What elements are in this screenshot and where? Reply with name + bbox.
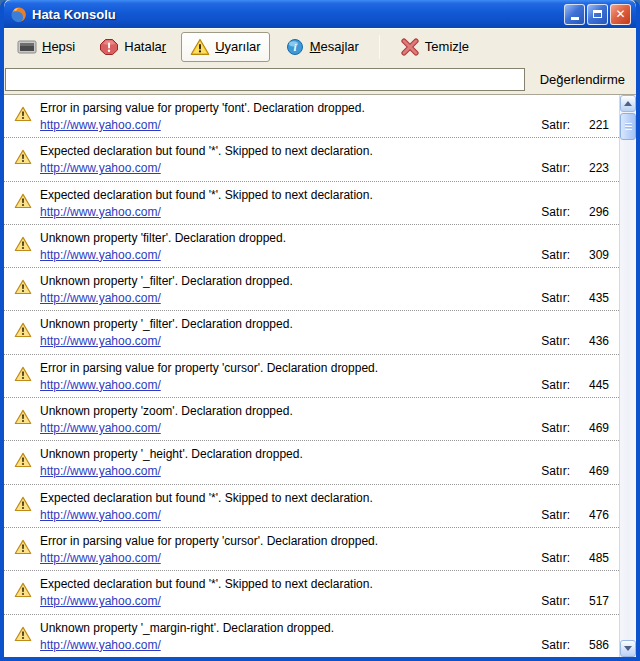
- warning-icon: [14, 409, 32, 425]
- line-label: Satır:: [541, 334, 570, 348]
- warning-icon: [14, 626, 32, 642]
- clear-button-label: Temizle: [425, 39, 469, 54]
- console-entry[interactable]: Error in parsing value for property 'cur…: [4, 355, 619, 398]
- line-info: Satır: 586: [541, 638, 613, 652]
- scroll-down-button[interactable]: [620, 640, 636, 657]
- toolbar: Hepsi Hatalar Uyarılar: [4, 28, 636, 64]
- entry-message: Unknown property 'zoom'. Declaration dro…: [40, 404, 613, 418]
- entry-link[interactable]: http://www.yahoo.com/: [40, 248, 161, 262]
- close-button[interactable]: ✕: [610, 4, 631, 25]
- entry-message: Error in parsing value for property 'fon…: [40, 101, 613, 115]
- chevron-down-icon: [624, 646, 632, 651]
- line-info: Satır: 309: [541, 248, 613, 262]
- line-number: 469: [583, 421, 609, 435]
- messages-button[interactable]: i Mesajlar: [276, 32, 368, 62]
- evaluate-button[interactable]: Değerlendirme: [531, 68, 634, 91]
- console-entries: Error in parsing value for property 'fon…: [4, 95, 619, 657]
- line-label: Satır:: [541, 594, 570, 608]
- minimize-button[interactable]: [564, 4, 585, 25]
- line-label: Satır:: [541, 638, 570, 652]
- entry-message: Unknown property '_filter'. Declaration …: [40, 317, 613, 331]
- entry-message: Unknown property 'filter'. Declaration d…: [40, 231, 613, 245]
- warning-icon: [14, 279, 32, 295]
- entry-link[interactable]: http://www.yahoo.com/: [40, 291, 161, 305]
- all-button[interactable]: Hepsi: [8, 32, 84, 62]
- line-number: 221: [583, 118, 609, 132]
- warning-icon: [14, 496, 32, 512]
- entry-link[interactable]: http://www.yahoo.com/: [40, 421, 161, 435]
- line-label: Satır:: [541, 205, 570, 219]
- warnings-button-label: Uyarılar: [215, 39, 261, 54]
- line-number: 517: [583, 594, 609, 608]
- warning-icon: [190, 38, 210, 56]
- info-icon: i: [285, 38, 305, 56]
- line-number: 469: [583, 464, 609, 478]
- line-number: 476: [583, 508, 609, 522]
- console-entry[interactable]: Error in parsing value for property 'cur…: [4, 528, 619, 571]
- line-info: Satır: 445: [541, 378, 613, 392]
- all-button-label: Hepsi: [42, 39, 75, 54]
- warnings-button[interactable]: Uyarılar: [181, 32, 270, 62]
- entry-message: Expected declaration but found '*'. Skip…: [40, 188, 613, 202]
- maximize-icon: [593, 10, 602, 18]
- console-entry[interactable]: Error in parsing value for property 'fon…: [4, 95, 619, 138]
- line-info: Satır: 469: [541, 464, 613, 478]
- evaluate-row: Değerlendirme: [4, 64, 636, 94]
- console-entry[interactable]: Expected declaration but found '*'. Skip…: [4, 138, 619, 181]
- clear-icon: [400, 38, 420, 56]
- line-info: Satır: 221: [541, 118, 613, 132]
- maximize-button[interactable]: [587, 4, 608, 25]
- scroll-up-button[interactable]: [620, 95, 636, 112]
- clear-button[interactable]: Temizle: [391, 32, 478, 62]
- warning-icon: [14, 149, 32, 165]
- line-label: Satır:: [541, 118, 570, 132]
- console-entry[interactable]: Unknown property 'filter'. Declaration d…: [4, 225, 619, 268]
- code-input[interactable]: [5, 68, 525, 91]
- console-entry[interactable]: Unknown property '_filter'. Declaration …: [4, 311, 619, 354]
- console-icon: [17, 38, 37, 56]
- line-label: Satır:: [541, 248, 570, 262]
- warning-icon: [14, 539, 32, 555]
- entry-link[interactable]: http://www.yahoo.com/: [40, 205, 161, 219]
- errors-button[interactable]: Hatalar: [90, 32, 175, 62]
- entry-message: Unknown property '_height'. Declaration …: [40, 447, 613, 461]
- toolbar-separator: [379, 35, 380, 59]
- warning-icon: [14, 193, 32, 209]
- line-info: Satır: 517: [541, 594, 613, 608]
- warning-icon: [14, 236, 32, 252]
- line-label: Satır:: [541, 464, 570, 478]
- entry-link[interactable]: http://www.yahoo.com/: [40, 508, 161, 522]
- error-console-window: Hata Konsolu ✕ Hepsi Hatalar: [0, 0, 640, 661]
- entry-link[interactable]: http://www.yahoo.com/: [40, 161, 161, 175]
- line-info: Satır: 435: [541, 291, 613, 305]
- thumb-grip-icon: [625, 123, 632, 130]
- console-entry[interactable]: Unknown property '_filter'. Declaration …: [4, 268, 619, 311]
- entry-message: Expected declaration but found '*'. Skip…: [40, 491, 613, 505]
- console-entry[interactable]: Unknown property '_height'. Declaration …: [4, 441, 619, 484]
- titlebar[interactable]: Hata Konsolu ✕: [4, 0, 636, 28]
- vertical-scrollbar[interactable]: [619, 95, 636, 657]
- entry-link[interactable]: http://www.yahoo.com/: [40, 594, 161, 608]
- console-entry[interactable]: Expected declaration but found '*'. Skip…: [4, 485, 619, 528]
- warning-icon: [14, 106, 32, 122]
- entry-link[interactable]: http://www.yahoo.com/: [40, 638, 161, 652]
- entry-message: Error in parsing value for property 'cur…: [40, 534, 613, 548]
- entry-message: Unknown property '_margin-right'. Declar…: [40, 621, 613, 635]
- entry-link[interactable]: http://www.yahoo.com/: [40, 334, 161, 348]
- line-number: 485: [583, 551, 609, 565]
- console-list: Error in parsing value for property 'fon…: [4, 94, 636, 657]
- line-label: Satır:: [541, 421, 570, 435]
- scrollbar-thumb[interactable]: [620, 113, 636, 140]
- scrollbar-track[interactable]: [620, 140, 636, 640]
- entry-link[interactable]: http://www.yahoo.com/: [40, 378, 161, 392]
- console-entry[interactable]: Expected declaration but found '*'. Skip…: [4, 182, 619, 225]
- line-info: Satır: 485: [541, 551, 613, 565]
- console-entry[interactable]: Expected declaration but found '*'. Skip…: [4, 571, 619, 614]
- console-entry[interactable]: Unknown property '_margin-right'. Declar…: [4, 615, 619, 657]
- firefox-icon: [10, 6, 27, 23]
- entry-link[interactable]: http://www.yahoo.com/: [40, 464, 161, 478]
- console-entry[interactable]: Unknown property 'zoom'. Declaration dro…: [4, 398, 619, 441]
- entry-link[interactable]: http://www.yahoo.com/: [40, 551, 161, 565]
- line-info: Satır: 469: [541, 421, 613, 435]
- entry-link[interactable]: http://www.yahoo.com/: [40, 118, 161, 132]
